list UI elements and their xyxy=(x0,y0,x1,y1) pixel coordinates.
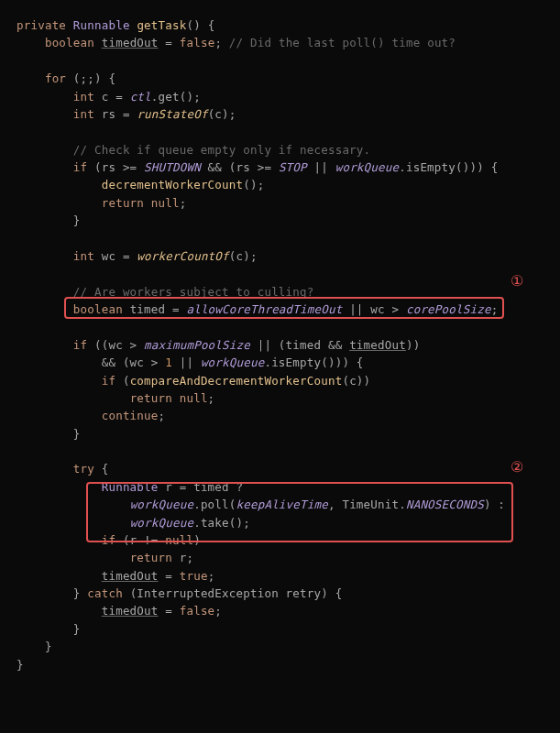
type: Runnable xyxy=(102,480,159,494)
text: ; xyxy=(159,409,166,422)
text: () { xyxy=(186,18,214,32)
keyword: true xyxy=(180,569,208,583)
brace: } xyxy=(73,622,81,636)
code-block: private Runnable getTask() { boolean tim… xyxy=(16,16,556,673)
text: )) xyxy=(406,338,420,352)
keyword-continue: continue xyxy=(102,409,159,422)
constant: NANOSECONDS xyxy=(406,498,484,511)
keyword-null: null xyxy=(165,533,193,547)
method: compareAndDecrementWorkerCount xyxy=(130,374,343,388)
text: , TimeUnit. xyxy=(328,498,406,511)
field-ctl: ctl xyxy=(130,90,151,104)
keyword-if: if xyxy=(102,374,115,388)
annotation-marker-1: ① xyxy=(511,270,523,293)
method-name: getTask xyxy=(137,18,186,32)
constant: STOP xyxy=(279,160,307,174)
text: .isEmpty())) { xyxy=(264,356,363,369)
keyword-catch: catch xyxy=(87,586,123,600)
keyword: boolean xyxy=(73,302,123,316)
keyword-private: private xyxy=(16,18,66,32)
field: workQueue xyxy=(201,356,265,369)
text: (r != xyxy=(115,533,165,547)
number: 1 xyxy=(165,356,172,369)
text: || (timed && xyxy=(250,338,349,352)
text: && (rs >= xyxy=(201,160,279,174)
field: workQueue xyxy=(130,516,194,530)
text: ; xyxy=(208,391,215,405)
comment: // Did the last poll() time out? xyxy=(222,36,456,49)
method: runStateOf xyxy=(137,107,207,121)
text: (rs >= xyxy=(87,160,144,174)
comment: // Are workers subject to culling? xyxy=(73,285,314,299)
brace: } xyxy=(45,640,52,653)
field: keepAliveTime xyxy=(236,498,328,511)
text: || wc > xyxy=(342,302,406,316)
text: ((wc > xyxy=(87,338,144,352)
method: workerCountOf xyxy=(137,249,228,263)
text: ) : xyxy=(484,498,505,511)
keyword-if: if xyxy=(73,338,87,352)
keyword-if: if xyxy=(102,533,115,547)
text: ; xyxy=(180,196,187,210)
text: = xyxy=(159,36,180,49)
keyword: int xyxy=(73,90,94,104)
text: (InterruptedException retry) { xyxy=(123,586,343,600)
field: maximumPoolSize xyxy=(144,338,250,352)
var: timedOut xyxy=(349,338,406,352)
text: rs = xyxy=(94,107,137,121)
text: r; xyxy=(172,551,193,564)
text: (); xyxy=(243,178,264,191)
text: ) xyxy=(193,533,201,547)
text: && (wc > xyxy=(102,356,166,369)
text: = xyxy=(159,604,180,618)
var: timedOut xyxy=(102,569,159,583)
text: || xyxy=(307,160,335,174)
var: timedOut xyxy=(102,604,159,618)
text: { xyxy=(94,462,108,476)
text: ; xyxy=(214,604,222,618)
text: (c)) xyxy=(342,374,370,388)
text: = xyxy=(159,569,180,583)
keyword-return: return null xyxy=(130,391,208,405)
method: decrementWorkerCount xyxy=(102,178,244,191)
brace: } xyxy=(73,213,81,227)
keyword-return: return xyxy=(130,551,172,564)
keyword: false xyxy=(180,36,215,49)
keyword: boolean xyxy=(45,36,94,49)
type-runnable: Runnable xyxy=(73,18,130,32)
text: (;;) { xyxy=(66,71,115,85)
field: workQueue xyxy=(335,160,400,174)
text: timed = xyxy=(123,302,187,316)
keyword-if: if xyxy=(73,160,87,174)
keyword-try: try xyxy=(73,462,94,476)
text: (c); xyxy=(229,249,258,263)
text: (c); xyxy=(208,107,236,121)
text: .get(); xyxy=(151,90,201,104)
text: || xyxy=(172,356,201,369)
constant: SHUTDOWN xyxy=(144,160,201,174)
text: } xyxy=(73,586,87,600)
brace: } xyxy=(73,427,81,441)
var-timedout: timedOut xyxy=(102,36,159,49)
comment: // Check if queue empty only if necessar… xyxy=(73,143,370,157)
annotation-marker-2: ② xyxy=(511,456,523,479)
text: .poll( xyxy=(193,498,236,511)
text: r = timed ? xyxy=(159,480,244,494)
text: ; xyxy=(214,36,222,49)
keyword: int xyxy=(73,107,94,121)
text: ; xyxy=(208,569,215,583)
keyword: false xyxy=(180,604,215,618)
field: workQueue xyxy=(130,498,194,511)
keyword-for: for xyxy=(45,71,66,85)
text: ( xyxy=(115,374,129,388)
field: corePoolSize xyxy=(406,302,491,316)
keyword: int xyxy=(73,249,94,263)
text: wc = xyxy=(94,249,137,263)
text: .take(); xyxy=(193,516,250,530)
field: allowCoreThreadTimeOut xyxy=(186,302,342,316)
text: .isEmpty())) { xyxy=(399,160,498,174)
text: ; xyxy=(491,302,499,316)
brace: } xyxy=(16,658,24,672)
text: c = xyxy=(94,90,130,104)
keyword-return: return null xyxy=(102,196,180,210)
